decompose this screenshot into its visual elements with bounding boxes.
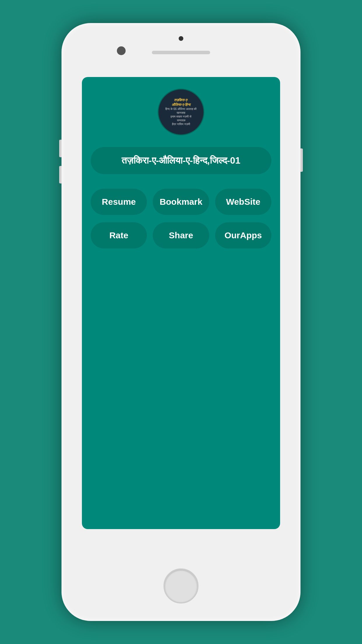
logo-sub2: इमाम बखश नज़मी से — [161, 115, 201, 118]
logo-text: तज़किरा-ए- औलिया-ए-हिन्द हिन्द के 66 औलि… — [159, 95, 203, 129]
phone-camera — [117, 46, 126, 55]
logo-sub1: हिन्द के 66 औलिया अल्लाह की खानकाह — [161, 107, 201, 115]
volume-up-button — [59, 140, 61, 157]
book-title-text: तज़किरा-ए-औलिया-ए-हिन्द,जिल्द-01 — [122, 155, 240, 166]
ourapps-button[interactable]: OurApps — [215, 222, 271, 249]
app-screen: तज़किरा-ए- औलिया-ए-हिन्द हिन्द के 66 औलि… — [82, 77, 280, 529]
home-button[interactable] — [164, 568, 198, 603]
phone-dot — [179, 36, 183, 41]
volume-down-button — [59, 166, 61, 183]
phone-speaker — [152, 51, 210, 54]
rate-button[interactable]: Rate — [91, 222, 147, 249]
resume-button[interactable]: Resume — [91, 189, 147, 215]
buttons-row-1: Resume Bookmark WebSite — [91, 189, 271, 215]
website-button[interactable]: WebSite — [215, 189, 271, 215]
logo-sub4: हैदर नासिम नज़मी — [161, 122, 201, 126]
buttons-row-2: Rate Share OurApps — [91, 222, 271, 249]
app-logo: तज़किरा-ए- औलिया-ए-हिन्द हिन्द के 66 औलि… — [158, 89, 204, 135]
logo-title-line2: औलिया-ए-हिन्द — [161, 103, 201, 107]
logo-title-line1: तज़किरा-ए- — [161, 98, 201, 103]
bookmark-button[interactable]: Bookmark — [153, 189, 209, 215]
phone-device: तज़किरा-ए- औलिया-ए-हिन्द हिन्द के 66 औलि… — [61, 23, 301, 621]
power-button — [301, 148, 303, 172]
share-button[interactable]: Share — [153, 222, 209, 249]
logo-sub3: सम्पादक — [161, 118, 201, 122]
book-title-bar: तज़किरा-ए-औलिया-ए-हिन्द,जिल्द-01 — [91, 147, 271, 174]
